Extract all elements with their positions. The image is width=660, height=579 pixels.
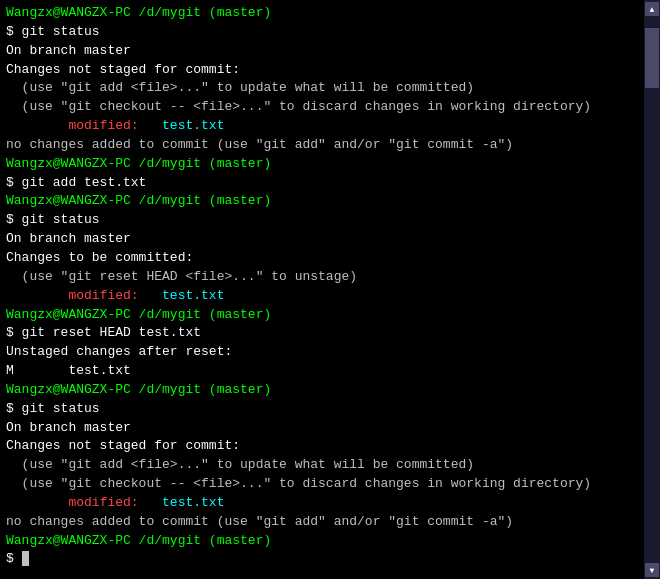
terminal-line: Unstaged changes after reset: bbox=[6, 343, 638, 362]
terminal-line: Wangzx@WANGZX-PC /d/mygit (master) bbox=[6, 532, 638, 551]
scroll-down-arrow[interactable]: ▼ bbox=[645, 563, 659, 577]
terminal-line: modified: test.txt bbox=[6, 287, 638, 306]
terminal-output: Wangzx@WANGZX-PC /d/mygit (master)$ git … bbox=[0, 0, 644, 579]
terminal-line: Wangzx@WANGZX-PC /d/mygit (master) bbox=[6, 381, 638, 400]
terminal-line: $ git status bbox=[6, 211, 638, 230]
terminal-line: Wangzx@WANGZX-PC /d/mygit (master) bbox=[6, 155, 638, 174]
terminal-line: Changes not staged for commit: bbox=[6, 61, 638, 80]
terminal-line: On branch master bbox=[6, 42, 638, 61]
terminal-line: $ git status bbox=[6, 400, 638, 419]
terminal-line: (use "git checkout -- <file>..." to disc… bbox=[6, 98, 638, 117]
terminal-line: Changes to be committed: bbox=[6, 249, 638, 268]
terminal-line: modified: test.txt bbox=[6, 117, 638, 136]
terminal-line: $ git reset HEAD test.txt bbox=[6, 324, 638, 343]
terminal-line: (use "git reset HEAD <file>..." to unsta… bbox=[6, 268, 638, 287]
terminal-line: modified: test.txt bbox=[6, 494, 638, 513]
scroll-track bbox=[645, 18, 659, 561]
terminal-line: $ git add test.txt bbox=[6, 174, 638, 193]
terminal-line: (use "git add <file>..." to update what … bbox=[6, 79, 638, 98]
terminal-line: (use "git checkout -- <file>..." to disc… bbox=[6, 475, 638, 494]
terminal-line: Wangzx@WANGZX-PC /d/mygit (master) bbox=[6, 306, 638, 325]
terminal-line: $ git status bbox=[6, 23, 638, 42]
terminal-line: M test.txt bbox=[6, 362, 638, 381]
scroll-up-arrow[interactable]: ▲ bbox=[645, 2, 659, 16]
terminal-line: (use "git add <file>..." to update what … bbox=[6, 456, 638, 475]
terminal-line: On branch master bbox=[6, 230, 638, 249]
terminal-line: Changes not staged for commit: bbox=[6, 437, 638, 456]
scrollbar[interactable]: ▲ ▼ bbox=[644, 0, 660, 579]
terminal-line: Wangzx@WANGZX-PC /d/mygit (master) bbox=[6, 192, 638, 211]
terminal-line: Wangzx@WANGZX-PC /d/mygit (master) bbox=[6, 4, 638, 23]
terminal-line: On branch master bbox=[6, 419, 638, 438]
terminal-line: $ bbox=[6, 550, 638, 569]
terminal-line: no changes added to commit (use "git add… bbox=[6, 513, 638, 532]
terminal-line: no changes added to commit (use "git add… bbox=[6, 136, 638, 155]
scroll-thumb[interactable] bbox=[645, 28, 659, 88]
